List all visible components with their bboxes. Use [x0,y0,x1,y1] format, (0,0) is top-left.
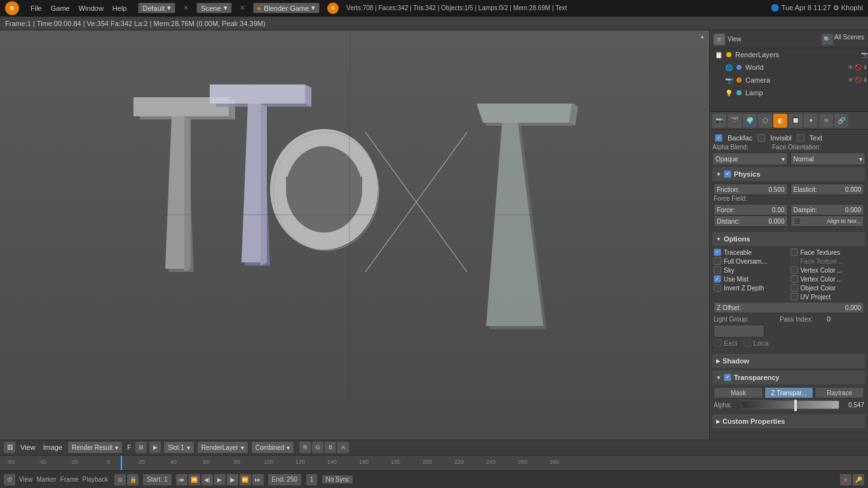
current-frame-input[interactable]: 1 [306,473,318,486]
channels-btn[interactable]: R [299,442,311,453]
transparency-enable-checkbox[interactable] [724,374,731,381]
outliner-item-lamp[interactable]: 💡 Lamp [710,86,868,99]
align-nor-checkbox[interactable] [794,217,801,225]
menu-window[interactable]: Window [75,3,107,13]
viewport[interactable]: + [0,30,709,440]
backfac-checkbox[interactable] [715,134,722,142]
statusbar-mode-icon[interactable]: ⏱ [4,474,15,485]
custom-props-header[interactable]: ▶ Custom Properties [712,414,865,428]
timeline-mode-btn[interactable]: 🖼 [4,442,15,453]
view-corner-handle[interactable]: + [700,33,707,39]
friction-field[interactable]: Friction: 0.500 [714,184,788,195]
outliner-item-renderlayers[interactable]: 📋 RenderLayers 📷 [710,48,868,61]
shadow-title: Shadow [722,357,749,365]
prev-keyframe-btn[interactable]: ◀| [201,474,213,485]
view-statusbar-label[interactable]: View [19,476,33,483]
mask-btn[interactable]: Mask [714,387,763,398]
render-layer-dropdown[interactable]: RenderLayer ▾ [197,441,248,454]
face-orient-select[interactable]: Normal ▾ [790,152,866,165]
force-field[interactable]: Force: 0.00 [714,204,788,215]
menu-game[interactable]: Game [47,3,74,13]
play-btn[interactable]: ▶ [214,474,226,485]
jump-end-btn[interactable]: ⏭ [252,474,264,485]
dampin-field[interactable]: Dampin: 0.000 [790,204,865,215]
prop-world-icon[interactable]: 🌍 [743,114,757,128]
face-textures2-checkbox[interactable] [790,257,798,265]
blender-logo[interactable]: B [5,1,19,15]
prop-object-icon[interactable]: ⬡ [758,114,772,128]
image-btn[interactable]: Image [41,444,65,451]
excl-checkbox[interactable] [714,339,721,347]
z-offset-field[interactable]: Z Offset: 0.000 [714,302,864,313]
z-transp-btn[interactable]: Z Transpar... [764,387,814,398]
prev-frame-btn[interactable]: ⏪ [189,474,200,485]
light-group-field[interactable] [714,325,764,337]
nosync-dropdown[interactable]: No Sync [322,475,353,484]
loca-checkbox[interactable] [743,339,751,347]
full-oversam-checkbox[interactable] [714,257,721,265]
transparency-section-header[interactable]: ▼ Transparency [712,370,865,384]
vertex-color2-checkbox[interactable] [790,275,798,283]
view-btn[interactable]: View [18,444,38,451]
face-textures-checkbox[interactable] [790,248,798,256]
prop-render-icon[interactable]: 📷 [712,114,726,128]
search-btn[interactable]: 🔍 [822,34,833,45]
prop-constraints-icon[interactable]: 🔗 [834,114,848,128]
channels-b-btn[interactable]: B [325,442,336,453]
lock-fps[interactable]: 🔒 [127,474,139,485]
distanc-field[interactable]: Distanc: 0.000 [714,215,788,227]
timeline-playhead[interactable] [121,456,122,470]
outliner-view-btn[interactable]: ≡ [714,34,725,45]
object-color-checkbox[interactable] [790,284,798,292]
outliner-item-world[interactable]: 🌐 World 👁 🚫 ⬇ [710,61,868,74]
physics-section-header[interactable]: ▼ Physics [712,167,865,181]
timeline-body[interactable]: -60 -40 -20 0 20 40 60 80 100 120 140 16… [0,456,868,470]
alpha-slider[interactable] [742,400,839,409]
vertex-color1-checkbox[interactable] [790,266,798,274]
options-section-header[interactable]: ▼ Options [712,232,865,246]
channels-g-btn[interactable]: G [312,442,323,453]
next-frame-btn[interactable]: ⏩ [240,474,251,485]
prop-scene-icon[interactable]: 🎬 [728,114,742,128]
channels-a-btn[interactable]: A [337,442,349,453]
invisibl-checkbox[interactable] [757,134,765,142]
sky-checkbox[interactable] [714,266,721,274]
uv-project-checkbox[interactable] [790,293,798,301]
outliner-item-camera[interactable]: 📷 Camera 👁 🚫 ⬇ [710,74,868,86]
screen-layout-dropdown[interactable]: Default ▾ [138,3,175,13]
frame-statusbar-label[interactable]: Frame [60,476,79,483]
invert-z-checkbox[interactable] [714,284,721,292]
marker-label[interactable]: Marker [37,476,57,483]
slot-dropdown[interactable]: Slot 1 ▾ [163,441,194,454]
prop-texture-icon[interactable]: 🔲 [789,114,803,128]
elasticit-field[interactable]: Elasticit: 0.000 [790,184,865,195]
jump-start-btn[interactable]: ⏮ [176,474,187,485]
view-mode-btn[interactable]: ▶ [149,442,161,453]
use-mist-checkbox[interactable] [714,275,721,283]
invisibl-label: Invisibl [770,134,792,142]
render-result-dropdown[interactable]: Render Result ▾ [67,441,123,454]
traceable-checkbox[interactable] [714,248,721,256]
scene-dropdown[interactable]: Scene ▾ [196,3,231,13]
raytrace-btn[interactable]: Raytrace [815,387,864,398]
align-nor-field[interactable]: Align to Nor... [790,215,865,227]
split-view-btn[interactable]: ⊞ [135,442,147,453]
start-frame-input[interactable]: Start: 1 [142,473,172,486]
menu-help[interactable]: Help [109,3,131,13]
transparency-mode-row: Mask Z Transpar... Raytrace [714,387,864,398]
combined-dropdown[interactable]: Combined ▾ [251,441,295,454]
end-frame-input[interactable]: End: 250 [268,473,302,486]
menu-file[interactable]: File [27,3,46,13]
text-checkbox[interactable] [797,134,804,142]
engine-dropdown[interactable]: ● Blender Game ▾ [253,3,320,13]
prop-physics-icon[interactable]: ⚛ [819,114,833,128]
playback-label[interactable]: Playback [83,476,109,483]
keying-btn[interactable]: 🔑 [853,474,864,485]
prop-material-icon[interactable]: ◐ [773,114,787,128]
alpha-blend-select[interactable]: Opaque ▾ [712,152,788,165]
next-keyframe-btn[interactable]: |▶ [227,474,238,485]
shadow-section-header[interactable]: ▶ Shadow [712,354,865,368]
physics-enable-checkbox[interactable] [724,170,731,178]
record-btn[interactable]: ● [840,474,851,485]
prop-particle-icon[interactable]: ✦ [804,114,818,128]
